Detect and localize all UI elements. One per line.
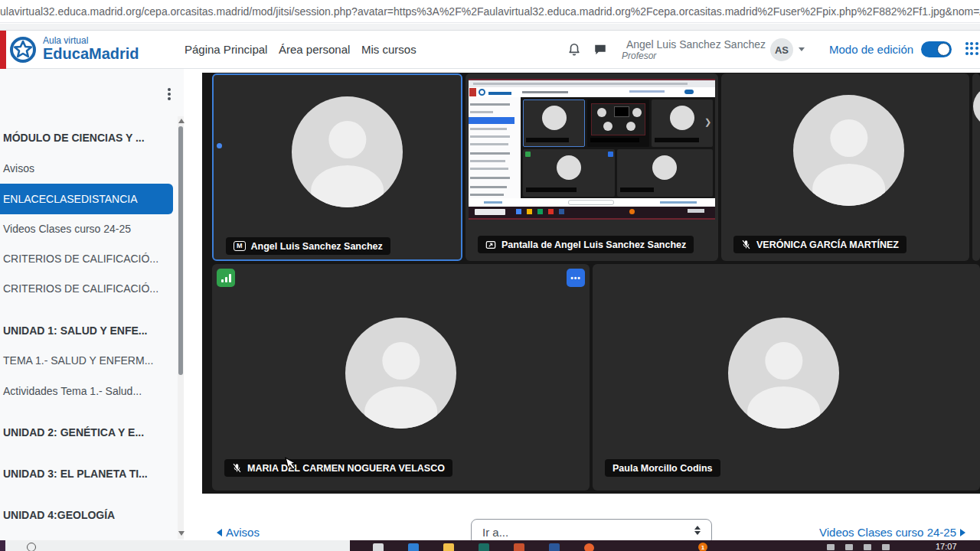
- user-fullname[interactable]: Angel Luis Sanchez Sanchez: [620, 38, 766, 51]
- sidebar-item-tema-1[interactable]: TEMA 1.- SALUD Y ENFERM...: [0, 345, 173, 376]
- screen-share-icon: [485, 240, 496, 250]
- sidebar-item-unidad-1[interactable]: UNIDAD 1: SALUD Y ENFE...: [0, 315, 173, 346]
- sidebar-item-unidad-4[interactable]: UNIDAD 4:GEOLOGÍA: [0, 500, 173, 530]
- nameplate: M Angel Luis Sanchez Sanchez: [226, 237, 390, 255]
- messages-chat-icon[interactable]: [593, 43, 607, 57]
- nameplate: VERÓNICA GARCÍA MARTÍNEZ: [733, 236, 906, 253]
- sidebar-scroll-down-icon[interactable]: [178, 531, 185, 536]
- participant-name: VERÓNICA GARCÍA MARTÍNEZ: [756, 240, 899, 250]
- connection-stats-icon[interactable]: [217, 269, 235, 287]
- avatar-placeholder: [728, 318, 839, 429]
- educamadrid-logo-icon[interactable]: [9, 36, 37, 64]
- sidebar-item-avisos[interactable]: Avisos: [0, 153, 173, 184]
- word-icon[interactable]: [549, 543, 560, 551]
- edit-mode-toggle[interactable]: [921, 41, 952, 57]
- url-text[interactable]: ulavirtual32.educa.madrid.org/cepa.orcas…: [0, 5, 980, 18]
- mic-muted-icon: [741, 240, 751, 249]
- avatar-placeholder: [292, 96, 403, 207]
- sidebar-item-videos-clases[interactable]: Videos Clases curso 24-25: [0, 214, 173, 244]
- browser-url-bar[interactable]: ulavirtual32.educa.madrid.org/cepa.orcas…: [0, 0, 980, 23]
- nav-pagina-principal[interactable]: Página Principal: [185, 43, 267, 56]
- browser-chrome-strip: [0, 24, 980, 31]
- sidebar-scroll-up-icon[interactable]: [178, 119, 185, 123]
- prev-activity-label: Avisos: [226, 526, 260, 539]
- avatar-placeholder: [973, 86, 980, 126]
- screen-share-thumbnail: ❯: [469, 79, 715, 220]
- participant-name: Angel Luis Sanchez Sanchez: [251, 241, 383, 252]
- sidebar-kebab-menu-icon[interactable]: [163, 88, 175, 102]
- participant-name: Pantalla de Angel Luis Sanchez Sanchez: [501, 240, 686, 250]
- sidebar-item-actividades-tema-1[interactable]: Actividades Tema 1.- Salud...: [0, 376, 173, 406]
- notification-badge[interactable]: 1: [698, 543, 707, 551]
- edit-mode-label: Modo de edición: [829, 43, 913, 56]
- mouse-cursor: [282, 456, 299, 476]
- prev-arrow-icon: [217, 529, 222, 536]
- sidebar-scrollbar-thumb[interactable]: [178, 126, 183, 375]
- dominant-speaker-dot: [217, 143, 222, 148]
- task-view-icon[interactable]: [373, 543, 384, 551]
- tray-icon-1[interactable]: [827, 544, 835, 550]
- apps-grid-icon[interactable]: [965, 42, 978, 55]
- brand-red-bar: [0, 31, 6, 69]
- taskbar-clock[interactable]: 17:07: [936, 542, 957, 551]
- video-tile-cutoff[interactable]: [972, 73, 980, 261]
- moderator-badge-icon: M: [234, 241, 246, 251]
- avatar-placeholder: [345, 318, 456, 429]
- video-tile-veronica[interactable]: VERÓNICA GARCÍA MARTÍNEZ: [721, 73, 969, 261]
- mic-muted-icon: [232, 463, 242, 473]
- sidebar-item-criterios-2[interactable]: CRITERIOS DE CALIFICACIÓ...: [0, 273, 173, 304]
- logo-line1: Aula virtual: [43, 35, 88, 46]
- logo-line2[interactable]: EducaMadrid: [43, 45, 139, 63]
- nameplate: Pantalla de Angel Luis Sanchez Sanchez: [478, 236, 694, 253]
- next-arrow-icon: [960, 529, 965, 536]
- prev-activity-link[interactable]: Avisos: [217, 526, 260, 539]
- jitsi-video-stage: M Angel Luis Sanchez Sanchez: [202, 73, 980, 494]
- sidebar-item-criterios-1[interactable]: CRITERIOS DE CALIFICACIÓ...: [0, 243, 173, 274]
- nameplate: Paula Morcillo Codins: [605, 459, 720, 477]
- browser-app-icon[interactable]: [584, 543, 594, 551]
- user-menu-caret-icon[interactable]: [799, 47, 805, 51]
- video-tile-maria[interactable]: ••• MARIA DEL CARMEN NOGUERA VELASCO: [212, 264, 590, 491]
- windows-taskbar[interactable]: 1 17:07: [0, 540, 980, 551]
- taskbar-search-box[interactable]: [5, 540, 350, 551]
- select-sorter-icon: [694, 526, 701, 535]
- nav-area-personal[interactable]: Área personal: [279, 43, 350, 56]
- file-explorer-icon[interactable]: [443, 543, 454, 551]
- excel-icon[interactable]: [479, 543, 489, 551]
- video-tile-paula[interactable]: Paula Morcillo Codins: [593, 264, 980, 491]
- video-tile-screen-share[interactable]: ❯ Pantalla de Angel Luis Sanchez Sanchez: [466, 73, 718, 261]
- user-role: Profesor: [622, 51, 767, 61]
- participant-name: Paula Morcillo Codins: [612, 463, 713, 474]
- jump-to-value: Ir a...: [482, 526, 508, 539]
- tile-more-menu-icon[interactable]: •••: [567, 269, 585, 287]
- tray-icon-3[interactable]: [864, 544, 871, 550]
- video-tile-angel-luis[interactable]: M Angel Luis Sanchez Sanchez: [212, 73, 462, 261]
- sidebar-item-enlaceclasedistancia[interactable]: ENLACECLASEDISTANCIA: [0, 184, 173, 214]
- tray-icon-4[interactable]: [882, 544, 890, 550]
- nameplate: MARIA DEL CARMEN NOGUERA VELASCO: [224, 459, 452, 477]
- edge-icon[interactable]: [408, 543, 419, 551]
- taskbar-accent-strip: [0, 540, 5, 551]
- participant-name: MARIA DEL CARMEN NOGUERA VELASCO: [247, 463, 445, 474]
- avatar-placeholder: [793, 95, 904, 206]
- site-header: Aula virtual EducaMadrid Página Principa…: [0, 31, 980, 69]
- powerpoint-icon[interactable]: [514, 543, 524, 551]
- notifications-bell-icon[interactable]: [567, 43, 581, 57]
- tray-icon-2[interactable]: [845, 544, 853, 550]
- sidebar-item-unidad-3[interactable]: UNIDAD 3: EL PLANETA TI...: [0, 458, 173, 489]
- next-activity-link[interactable]: Videos Clases curso 24-25: [819, 526, 965, 539]
- sidebar-item-modulo-ciencias[interactable]: MÓDULO DE CIENCIAS Y ...: [0, 122, 173, 153]
- next-activity-label: Videos Clases curso 24-25: [819, 526, 956, 539]
- sidebar-item-unidad-2[interactable]: UNIDAD 2: GENÉTICA Y E...: [0, 417, 173, 448]
- search-icon: [27, 543, 36, 551]
- nav-mis-cursos[interactable]: Mis cursos: [361, 43, 416, 56]
- user-avatar[interactable]: AS: [770, 38, 793, 61]
